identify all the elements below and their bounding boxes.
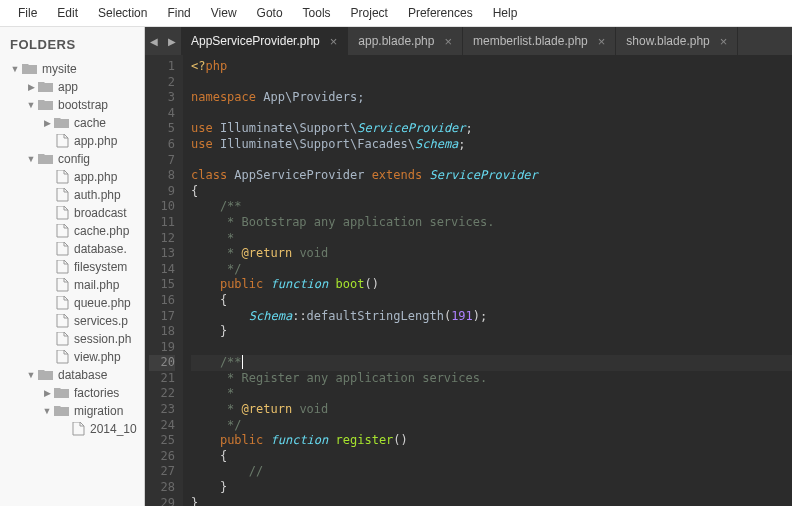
code-line: Schema::defaultStringLength(191); [191,309,792,325]
file-cache-php[interactable]: cache.php [0,222,144,240]
chevron-right-icon[interactable]: ▶ [42,388,52,398]
menu-preferences[interactable]: Preferences [398,4,483,22]
menu-project[interactable]: Project [341,4,398,22]
folder-bootstrap[interactable]: ▼bootstrap [0,96,144,114]
folder-icon [38,369,54,382]
chevron-down-icon[interactable]: ▼ [26,370,36,380]
tree-item-label: database. [74,242,127,256]
line-number: 7 [149,153,175,169]
chevron-down-icon[interactable]: ▼ [42,406,52,416]
editor-pane: ◀ ▶ AppServiceProvider.php×app.blade.php… [145,27,792,506]
code-content[interactable]: <?php namespace App\Providers; use Illum… [183,55,792,506]
file-database-[interactable]: database. [0,240,144,258]
tree-item-label: services.p [74,314,128,328]
tab-appserviceprovider-php[interactable]: AppServiceProvider.php× [181,27,348,55]
file-icon [54,333,70,346]
code-line: { [191,293,792,309]
folder-icon [38,99,54,112]
code-line [191,75,792,91]
tree-item-label: factories [74,386,119,400]
folder-app[interactable]: ▶app [0,78,144,96]
code-line: { [191,184,792,200]
tab-nav-right-icon[interactable]: ▶ [163,27,181,55]
file-filesystem[interactable]: filesystem [0,258,144,276]
tab-memberlist-blade-php[interactable]: memberlist.blade.php× [463,27,616,55]
close-icon[interactable]: × [598,34,606,49]
line-number: 10 [149,199,175,215]
folder-mysite[interactable]: ▼mysite [0,60,144,78]
tree-item-label: cache [74,116,106,130]
chevron-down-icon[interactable]: ▼ [26,100,36,110]
line-number: 2 [149,75,175,91]
tab-label: show.blade.php [626,34,709,48]
tree-item-label: mail.php [74,278,119,292]
chevron-down-icon[interactable]: ▼ [10,64,20,74]
line-number: 15 [149,277,175,293]
file-icon [54,297,70,310]
file-icon [54,225,70,238]
file-icon [54,207,70,220]
chevron-right-icon[interactable]: ▶ [42,118,52,128]
file-services-p[interactable]: services.p [0,312,144,330]
line-number: 16 [149,293,175,309]
folder-config[interactable]: ▼config [0,150,144,168]
line-gutter: 1234567891011121314151617181920212223242… [145,55,183,506]
code-line: */ [191,418,792,434]
file-queue-php[interactable]: queue.php [0,294,144,312]
tree-item-label: mysite [42,62,77,76]
line-number: 1 [149,59,175,75]
menu-edit[interactable]: Edit [47,4,88,22]
line-number: 12 [149,231,175,247]
menu-find[interactable]: Find [157,4,200,22]
folder-migration[interactable]: ▼migration [0,402,144,420]
menu-file[interactable]: File [8,4,47,22]
file-auth-php[interactable]: auth.php [0,186,144,204]
chevron-down-icon[interactable]: ▼ [26,154,36,164]
tree-item-label: 2014_10 [90,422,137,436]
folder-cache[interactable]: ▶cache [0,114,144,132]
file-2014-10[interactable]: 2014_10 [0,420,144,438]
close-icon[interactable]: × [720,34,728,49]
folder-factories[interactable]: ▶factories [0,384,144,402]
line-number: 26 [149,449,175,465]
line-number: 14 [149,262,175,278]
file-session-ph[interactable]: session.ph [0,330,144,348]
code-line: { [191,449,792,465]
tab-label: memberlist.blade.php [473,34,588,48]
folder-icon [54,405,70,418]
menu-selection[interactable]: Selection [88,4,157,22]
tree-item-label: bootstrap [58,98,108,112]
file-app-php[interactable]: app.php [0,132,144,150]
menu-goto[interactable]: Goto [247,4,293,22]
code-line: * Register any application services. [191,371,792,387]
tab-nav-left-icon[interactable]: ◀ [145,27,163,55]
tree-item-label: cache.php [74,224,129,238]
code-line: * @return void [191,246,792,262]
folder-database[interactable]: ▼database [0,366,144,384]
code-line: * [191,386,792,402]
code-line: } [191,480,792,496]
line-number: 25 [149,433,175,449]
file-mail-php[interactable]: mail.php [0,276,144,294]
menu-tools[interactable]: Tools [293,4,341,22]
file-view-php[interactable]: view.php [0,348,144,366]
close-icon[interactable]: × [444,34,452,49]
chevron-right-icon[interactable]: ▶ [26,82,36,92]
line-number: 6 [149,137,175,153]
code-line: <?php [191,59,792,75]
file-app-php[interactable]: app.php [0,168,144,186]
code-line: use Illuminate\Support\ServiceProvider; [191,121,792,137]
tree-item-label: view.php [74,350,121,364]
sidebar: FOLDERS ▼mysite▶app▼bootstrap▶cacheapp.p… [0,27,145,506]
tab-show-blade-php[interactable]: show.blade.php× [616,27,738,55]
close-icon[interactable]: × [330,34,338,49]
line-number: 27 [149,464,175,480]
menu-help[interactable]: Help [483,4,528,22]
code-line: /** [191,199,792,215]
menu-view[interactable]: View [201,4,247,22]
file-broadcast[interactable]: broadcast [0,204,144,222]
folders-heading: FOLDERS [0,33,144,60]
line-number: 8 [149,168,175,184]
code-line: public function register() [191,433,792,449]
tab-app-blade-php[interactable]: app.blade.php× [348,27,463,55]
